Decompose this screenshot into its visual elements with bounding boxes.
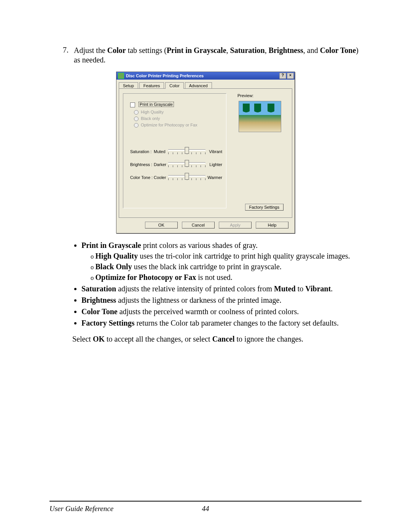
radio-high-quality[interactable] — [134, 110, 139, 115]
slider-max: Warmer — [206, 175, 222, 180]
app-icon — [118, 73, 124, 79]
radio-label: Black only — [141, 116, 160, 121]
t: Saturation — [230, 46, 265, 54]
final-paragraph: Select OK to accept all the changes, or … — [72, 335, 362, 343]
palm-icon — [254, 104, 261, 116]
t: uses the black ink cartridge to print in… — [132, 262, 282, 271]
cancel-button[interactable]: Cancel — [182, 222, 215, 228]
slider-thumb-icon[interactable] — [185, 147, 189, 154]
t: OK — [93, 335, 105, 343]
saturation-slider[interactable] — [168, 147, 206, 156]
titlebar: Disc Color Printer Printing Preferences … — [116, 72, 295, 80]
t: High Quality — [96, 252, 138, 260]
slider-max: Vibrant — [206, 149, 222, 154]
slider-brightness: Brightness : Darker Lighter — [130, 160, 222, 169]
page-number: 44 — [202, 505, 209, 513]
preview-group: Preview: — [234, 91, 287, 132]
slider-thumb-icon[interactable] — [185, 173, 189, 180]
preferences-dialog: Disc Color Printer Printing Preferences … — [116, 72, 295, 233]
slider-label: Color Tone : — [130, 175, 154, 180]
t: Color — [107, 46, 126, 54]
t: Select — [72, 335, 93, 343]
t: adjusts the relative intensity of printe… — [116, 284, 274, 293]
list-item: Black Only uses the black ink cartridge … — [91, 262, 362, 272]
tab-features[interactable]: Features — [139, 82, 164, 89]
slider-min: Cooler — [154, 175, 168, 180]
ok-button[interactable]: OK — [145, 222, 178, 228]
t: to ignore the changes. — [235, 335, 304, 343]
list-item: Color Tone adjusts the perceived warmth … — [81, 307, 362, 316]
slider-min: Darker — [154, 162, 168, 167]
t: , — [226, 46, 230, 54]
t: Muted — [274, 284, 296, 293]
palm-icon — [243, 104, 250, 116]
t: Brightness — [269, 46, 303, 54]
palm-icon — [268, 104, 274, 116]
list-item: High Quality uses the tri-color ink cart… — [91, 251, 362, 261]
help-icon[interactable]: ? — [279, 73, 286, 79]
grayscale-radios: High Quality Black only Optimize for Pho… — [134, 110, 226, 128]
color-tone-slider[interactable] — [168, 173, 206, 182]
close-icon[interactable]: × — [287, 73, 294, 79]
t: Saturation — [81, 284, 116, 293]
page-footer: User Guide Reference 44 — [49, 505, 362, 513]
radio-optimize[interactable] — [134, 123, 139, 128]
footer-left: User Guide Reference — [49, 505, 113, 513]
preview-label: Preview: — [236, 93, 255, 98]
t: Vibrant — [305, 284, 331, 293]
step-row: 7. Adjust the Color tab settings (Print … — [49, 46, 362, 65]
slider-thumb-icon[interactable] — [185, 160, 189, 167]
t: tab settings ( — [126, 46, 167, 54]
apply-button[interactable]: Apply — [219, 222, 252, 228]
t: Cancel — [212, 335, 235, 343]
t: is not used. — [196, 273, 233, 281]
tab-advanced[interactable]: Advanced — [185, 82, 212, 89]
t: Factory Settings — [81, 319, 134, 327]
t: to — [296, 284, 306, 293]
grayscale-checkbox[interactable] — [130, 102, 135, 107]
footer-rule — [49, 501, 362, 502]
t: Color Tone — [81, 307, 118, 316]
slider-min: Muted — [154, 149, 168, 154]
t: , and — [303, 46, 320, 54]
t: to accept all the changes, or select — [105, 335, 212, 343]
t: , — [265, 46, 269, 54]
slider-saturation: Saturation : Muted Vibrant — [130, 147, 222, 156]
help-button[interactable]: Help — [256, 222, 288, 228]
sliders: Saturation : Muted Vibrant Brightness : … — [130, 143, 222, 186]
slider-color-tone: Color Tone : Cooler Warmer — [130, 173, 222, 182]
list-item: Optimize for Photocopy or Fax is not use… — [91, 272, 362, 282]
slider-max: Lighter — [206, 162, 222, 167]
explanation-bullets: Print in Grayscale print colors as vario… — [72, 240, 362, 328]
list-item: Factory Settings returns the Color tab p… — [81, 318, 362, 328]
t: Print in Grayscale — [81, 241, 141, 249]
t: Print in Grayscale — [167, 46, 226, 54]
t: Brightness — [81, 296, 116, 304]
t: adjusts the perceived warmth or coolness… — [118, 307, 299, 316]
t: uses the tri-color ink cartridge to prin… — [138, 252, 350, 260]
options-panel: Print in Grayscale High Quality Black on… — [123, 93, 226, 208]
t: Black Only — [96, 262, 132, 271]
slider-label: Brightness : — [130, 162, 154, 167]
step-text: Adjust the Color tab settings (Print in … — [74, 46, 362, 65]
dialog-buttons: OK Cancel Apply Help — [116, 218, 295, 233]
brightness-slider[interactable] — [168, 160, 206, 169]
t: Color Tone — [320, 46, 356, 54]
radio-black-only[interactable] — [134, 117, 139, 121]
preview-image — [239, 101, 281, 132]
t: print colors as various shades of gray. — [141, 241, 258, 249]
grayscale-row: Print in Grayscale — [130, 102, 226, 107]
t: adjusts the lightness or darkness of the… — [116, 296, 281, 304]
radio-label: Optimize for Photocopy or Fax — [141, 123, 198, 127]
tab-setup[interactable]: Setup — [119, 82, 138, 89]
factory-settings-button[interactable]: Factory Settings — [245, 204, 284, 211]
tab-panel: Print in Grayscale High Quality Black on… — [119, 88, 292, 218]
slider-label: Saturation : — [130, 149, 154, 154]
tab-bar: Setup Features Color Advanced — [116, 80, 295, 88]
t: Optimize for Photocopy or Fax — [96, 273, 196, 281]
grayscale-label: Print in Grayscale — [139, 102, 174, 107]
list-item: Brightness adjusts the lightness or dark… — [81, 295, 362, 305]
tab-color[interactable]: Color — [165, 82, 183, 89]
t: . — [331, 284, 333, 293]
list-item: Saturation adjusts the relative intensit… — [81, 284, 362, 294]
